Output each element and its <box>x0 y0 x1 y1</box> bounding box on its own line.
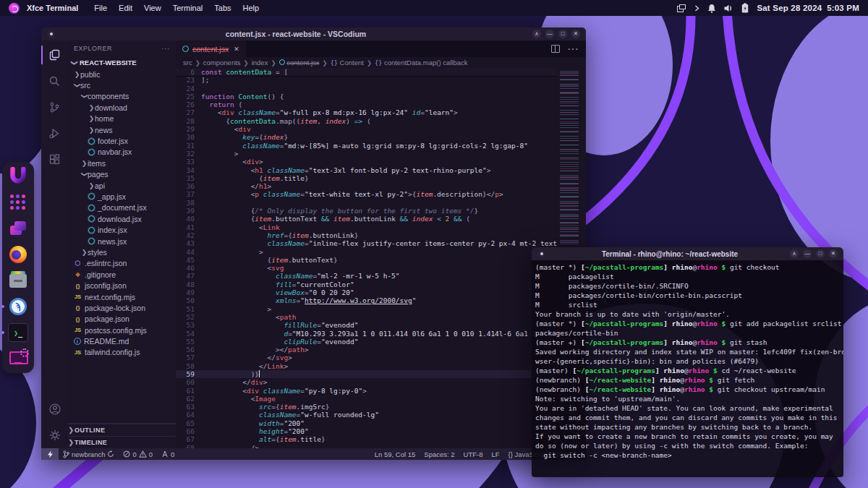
vscodium-titlebar[interactable]: content.jsx - react-website - VSCodium ∧… <box>41 27 586 40</box>
code-line-39[interactable]: 39 {/* Only display the button for the f… <box>176 207 557 215</box>
sidebar-section-outline[interactable]: ❯OUTLINE <box>68 424 176 436</box>
run-debug-icon[interactable] <box>41 120 68 146</box>
status-item[interactable]: UTF-8 <box>464 450 483 458</box>
expand-chevron-icon[interactable] <box>694 5 699 12</box>
terminal-close-button[interactable]: ✕ <box>829 249 838 258</box>
dock-item-firefox[interactable] <box>7 244 30 265</box>
code-line-32[interactable]: 32 > <box>176 150 557 158</box>
code-line-49[interactable]: 49 viewBox="0 0 20 20" <box>176 288 557 296</box>
window-menu-icon[interactable] <box>47 30 55 38</box>
breadcrumb-item[interactable]: index <box>252 59 268 67</box>
code-line-46[interactable]: 46 <svg <box>176 264 557 272</box>
code-line-24[interactable]: 24 <box>176 85 557 93</box>
breadcrumb-item[interactable]: {} contentData.map() callback <box>375 59 468 67</box>
account-icon[interactable] <box>41 396 68 422</box>
code-line-40[interactable]: 40 {item.buttonText && item.buttonLink &… <box>176 215 557 223</box>
terminal-minimize-button[interactable]: — <box>803 249 812 258</box>
code-line-26[interactable]: 26 return ( <box>176 100 557 108</box>
code-line-52[interactable]: 52 <path <box>176 313 557 321</box>
tree-item-news-jsx[interactable]: news.jsx <box>68 236 176 247</box>
status-item[interactable]: Spaces: 2 <box>424 450 454 458</box>
tab-close-icon[interactable]: ✕ <box>234 46 239 53</box>
code-line-33[interactable]: 33 <div> <box>176 158 557 166</box>
breadcrumb-item[interactable]: {} Content <box>331 59 364 67</box>
terminal-window-menu-icon[interactable] <box>537 250 545 258</box>
tree-item-components[interactable]: ❯components <box>68 91 176 102</box>
breadcrumb-item[interactable]: src <box>183 59 192 67</box>
code-line-50[interactable]: 50 xmlns="http://www.w3.org/2000/svg" <box>176 296 557 304</box>
code-line-25[interactable]: 25function Content() { <box>176 93 557 100</box>
code-line-34[interactable]: 34 <h1 className="text-3xl font-bold py-… <box>176 166 557 174</box>
problems-indicator[interactable]: 0 0 <box>123 450 153 458</box>
dock-item-terminal[interactable]: ❯_ <box>7 322 30 343</box>
tree-item--app-jsx[interactable]: _app.jsx <box>68 191 176 202</box>
distro-logo-icon[interactable] <box>9 3 20 14</box>
code-line-51[interactable]: 51 > <box>176 305 557 313</box>
code-line-54[interactable]: 54 d="M10.293 3.293a1 1 0 011.414 0l6 6a… <box>176 330 557 338</box>
code-line-48[interactable]: 48 fill="currentColor" <box>176 281 557 288</box>
code-line-41[interactable]: 41 <Link <box>176 223 557 231</box>
tree-item-home[interactable]: ❯home <box>68 114 176 124</box>
terminal-titlebar[interactable]: Terminal - rhino@rhino: ~/react-website … <box>532 247 843 260</box>
breadcrumb-item[interactable]: content.jsx <box>279 59 320 67</box>
tree-item-news[interactable]: ❯news <box>68 124 176 135</box>
code-line-67[interactable]: 67 alt={item.title} <box>176 435 557 443</box>
code-line-66[interactable]: 66 height="200" <box>176 427 557 435</box>
terminal-shade-button[interactable]: ∧ <box>790 249 799 258</box>
status-item[interactable]: Ln 59, Col 15 <box>375 450 416 458</box>
maximize-button[interactable]: □ <box>558 30 567 38</box>
code-line-58[interactable]: 58 </Link> <box>176 362 557 370</box>
code-line-68[interactable]: 68 /> <box>176 444 557 448</box>
close-button[interactable]: ✕ <box>571 30 580 38</box>
split-editor-icon[interactable] <box>551 45 560 53</box>
code-line-56[interactable]: 56 ></path> <box>176 346 557 354</box>
workspaces-icon[interactable] <box>677 4 686 12</box>
code-line-36[interactable]: 36 </h1> <box>176 182 557 190</box>
dock-item-rhino-linux-logo[interactable] <box>7 166 30 187</box>
tree-item-download[interactable]: ❯download <box>68 102 176 113</box>
terminal-maximize-button[interactable]: □ <box>816 249 825 258</box>
dock-item-window-switcher[interactable] <box>7 218 30 239</box>
source-control-icon[interactable] <box>41 94 68 120</box>
tree-item--document-jsx[interactable]: _document.jsx <box>68 202 176 213</box>
tab-content-jsx[interactable]: content.jsx ✕ <box>176 40 246 57</box>
extensions-icon[interactable] <box>41 146 68 172</box>
code-line-38[interactable]: 38 <box>176 199 557 207</box>
code-line-31[interactable]: 31 className="md:w-[85%] m-auto lg:grid … <box>176 142 557 150</box>
battery-icon[interactable] <box>741 3 749 13</box>
tree-item--gitignore[interactable]: ◆.gitignore <box>68 269 176 280</box>
code-line-23[interactable]: 23]; <box>176 76 557 84</box>
tree-item--eslintrc-json[interactable]: ⬡.eslintrc.json <box>68 258 176 269</box>
code-line-27[interactable]: 27 <div className="w-full px-8 md:px-16 … <box>176 108 557 116</box>
status-item[interactable]: LF <box>492 450 500 458</box>
tree-item-package-lock-json[interactable]: {}package-lock.json <box>68 302 176 313</box>
panel-menu-file[interactable]: File <box>94 4 107 12</box>
panel-menu-tabs[interactable]: Tabs <box>214 4 231 12</box>
tree-item-items[interactable]: ❯items <box>68 158 176 168</box>
code-line-59[interactable]: 59 )} <box>176 370 557 378</box>
remote-indicator[interactable] <box>41 448 59 460</box>
tree-item-footer-jsx[interactable]: footer.jsx <box>68 135 176 146</box>
minimize-button[interactable]: — <box>545 30 554 38</box>
sidebar-section-timeline[interactable]: ❯TIMELINE <box>68 436 176 448</box>
code-line-65[interactable]: 65 width="200" <box>176 419 557 427</box>
code-line-30[interactable]: 30 key={index} <box>176 133 557 141</box>
code-line-64[interactable]: 64 className="w-full rounded-lg" <box>176 411 557 419</box>
dock-item-display-settings[interactable] <box>7 348 30 369</box>
tree-item-index-jsx[interactable]: index.jsx <box>68 224 176 235</box>
settings-gear-icon[interactable] <box>41 422 68 448</box>
code-line-57[interactable]: 57 </svg> <box>176 354 557 361</box>
code-line-35[interactable]: 35 {item.title} <box>176 174 557 182</box>
tree-item-next-config-mjs[interactable]: JSnext.config.mjs <box>68 291 176 302</box>
tree-item-pages[interactable]: ❯pages <box>68 169 176 180</box>
tree-item-public[interactable]: ❯public <box>68 69 176 80</box>
code-line-55[interactable]: 55 clipRule="evenodd" <box>176 338 557 346</box>
tree-item-navbar-jsx[interactable]: navbar.jsx <box>68 147 176 158</box>
git-branch-indicator[interactable]: newbranch <box>63 450 114 458</box>
code-line-45[interactable]: 45 {item.buttonText} <box>176 256 557 264</box>
code-editor[interactable]: 6const contentData = [ 23];2425function … <box>176 68 586 448</box>
code-line-37[interactable]: 37 <p className="text-white text-xl py-2… <box>176 190 557 198</box>
panel-menu-terminal[interactable]: Terminal <box>173 4 203 12</box>
panel-menu-help[interactable]: Help <box>243 4 260 12</box>
code-line-62[interactable]: 62 <Image <box>176 395 557 403</box>
